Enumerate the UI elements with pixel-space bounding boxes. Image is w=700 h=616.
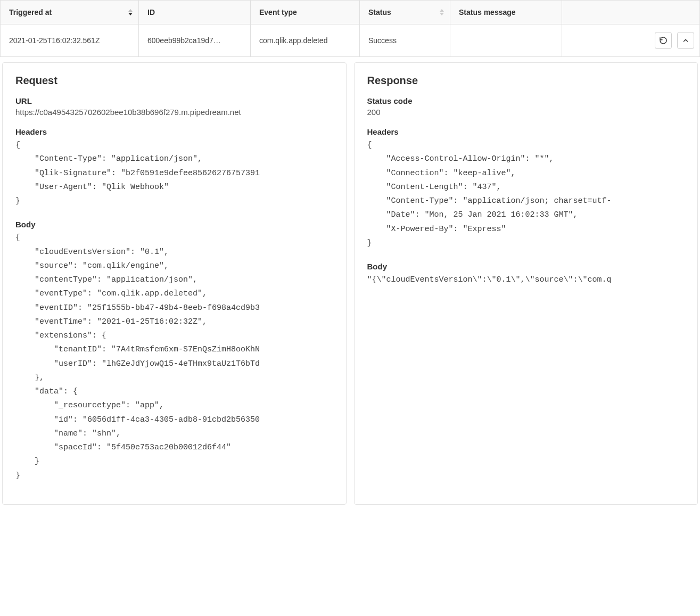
col-label: Status message (459, 8, 516, 17)
response-title: Response (367, 75, 685, 87)
status-code-value: 200 (367, 108, 685, 117)
request-body-scroll[interactable]: { "cloudEventsVersion": "0.1", "source":… (15, 231, 333, 485)
request-title: Request (15, 75, 333, 87)
col-status-message[interactable]: Status message (450, 1, 562, 24)
response-headers-code: { "Access-Control-Allow-Origin": "*", "C… (367, 138, 685, 250)
request-headers-label: Headers (15, 127, 333, 136)
response-body-scroll[interactable]: "{\"cloudEventsVersion\":\"0.1\",\"sourc… (367, 273, 685, 289)
response-headers-scroll[interactable]: { "Access-Control-Allow-Origin": "*", "C… (367, 138, 685, 252)
table-row[interactable]: 2021-01-25T16:02:32.561Z 600eeb99b2ca19d… (1, 24, 700, 57)
col-label: Status (368, 8, 391, 17)
request-url: https://c0a4954325702602bee10b38b696f279… (15, 108, 333, 117)
col-id[interactable]: ID (139, 1, 251, 24)
sort-icon[interactable] (128, 9, 133, 15)
retry-button[interactable] (655, 32, 672, 49)
url-label: URL (15, 96, 333, 105)
col-label: Triggered at (9, 8, 52, 17)
cell-id: 600eeb99b2ca19d7… (139, 24, 251, 57)
col-event-type[interactable]: Event type (251, 1, 360, 24)
cell-status-message (450, 24, 562, 57)
col-label: ID (147, 8, 155, 17)
request-body-label: Body (15, 220, 333, 229)
collapse-button[interactable] (677, 32, 694, 49)
refresh-icon (659, 36, 668, 45)
cell-event-type: com.qlik.app.deleted (251, 24, 360, 57)
col-triggered-at[interactable]: Triggered at (1, 1, 139, 24)
response-headers-label: Headers (367, 127, 685, 136)
col-label: Event type (259, 8, 297, 17)
cell-triggered-at: 2021-01-25T16:02:32.561Z (1, 24, 139, 57)
request-headers-scroll[interactable]: { "Content-Type": "application/json", "Q… (15, 138, 333, 210)
sort-icon[interactable] (439, 9, 444, 15)
cell-status: Success (360, 24, 450, 57)
col-actions (562, 1, 700, 24)
status-code-label: Status code (367, 96, 685, 105)
events-table: Triggered at ID Event type Status (0, 0, 700, 57)
response-body-label: Body (367, 262, 685, 271)
request-panel: Request URL https://c0a4954325702602bee1… (2, 62, 347, 505)
table-header-row: Triggered at ID Event type Status (1, 1, 700, 24)
chevron-up-icon (682, 37, 689, 44)
detail-panels: Request URL https://c0a4954325702602bee1… (0, 57, 700, 515)
response-body-code: "{\"cloudEventsVersion\":\"0.1\",\"sourc… (367, 273, 685, 287)
response-panel: Response Status code 200 Headers { "Acce… (354, 62, 698, 505)
col-status[interactable]: Status (360, 1, 450, 24)
cell-actions (562, 24, 700, 57)
request-headers-code: { "Content-Type": "application/json", "Q… (15, 138, 333, 208)
request-body-code: { "cloudEventsVersion": "0.1", "source":… (15, 231, 333, 483)
